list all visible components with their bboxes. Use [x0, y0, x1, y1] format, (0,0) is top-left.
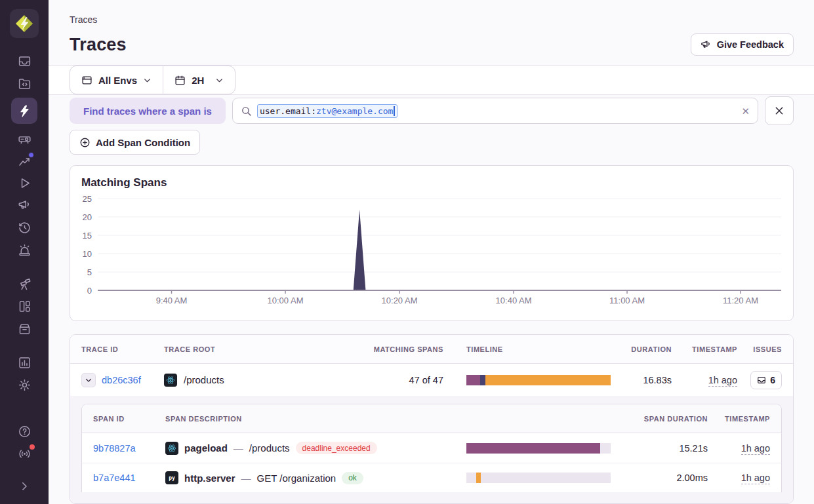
- dashboards-icon[interactable]: [11, 295, 37, 317]
- trace-timestamp[interactable]: 1h ago: [708, 375, 737, 387]
- performance-icon[interactable]: [11, 149, 37, 172]
- matching-spans-chart[interactable]: 05101520259:40 AM10:00 AM10:20 AM10:40 A…: [81, 192, 781, 311]
- span-timeline-bar[interactable]: [466, 473, 611, 483]
- help-icon[interactable]: [11, 420, 37, 442]
- expanded-trace-section: Span ID Span Description Span Duration T…: [70, 396, 793, 503]
- delete-condition-button[interactable]: [765, 96, 794, 125]
- col-matching-spans: Matching Spans: [374, 345, 443, 353]
- col-trace-root: Trace Root: [164, 345, 368, 353]
- time-range-filter[interactable]: 2H: [163, 66, 235, 94]
- trace-timeline-bar[interactable]: [466, 375, 611, 385]
- col-span-id: Span ID: [93, 415, 165, 423]
- status-badge: ok: [342, 472, 363, 484]
- matching-spans-panel: Matching Spans 05101520259:40 AM10:00 AM…: [70, 165, 794, 321]
- settings-icon[interactable]: [11, 374, 37, 396]
- span-search-input[interactable]: user.email:ztv@example.com ✕: [232, 98, 758, 124]
- spans-table-header: Span ID Span Description Span Duration T…: [82, 404, 781, 433]
- python-platform-icon: py: [165, 471, 178, 484]
- alerts-icon[interactable]: [11, 239, 37, 261]
- span-timestamp[interactable]: 1h ago: [741, 443, 770, 455]
- sidebar-nav: [11, 50, 37, 396]
- give-feedback-button[interactable]: Give Feedback: [691, 33, 794, 56]
- status-badge: deadline_exceeded: [296, 442, 377, 454]
- trace-issues-button[interactable]: 6: [750, 371, 782, 389]
- feedback-icon[interactable]: [11, 194, 37, 216]
- col-span-description: Span Description: [165, 415, 466, 423]
- svg-text:10:00 AM: 10:00 AM: [268, 296, 304, 305]
- span-description: GET /organization: [257, 473, 336, 484]
- svg-text:11:20 AM: 11:20 AM: [723, 296, 758, 305]
- react-platform-icon: [164, 374, 177, 387]
- span-description: /products: [249, 442, 290, 454]
- matching-spans-count: 47 of 47: [409, 375, 443, 385]
- table-row: b7a7e441 py http.server — GET /organizat…: [82, 463, 781, 492]
- add-span-condition-button[interactable]: Add Span Condition: [70, 130, 200, 155]
- close-icon: [774, 106, 784, 116]
- col-issues: Issues: [753, 345, 782, 353]
- trace-duration: 16.83s: [643, 375, 672, 385]
- megaphone-icon: [701, 39, 712, 50]
- give-feedback-label: Give Feedback: [717, 39, 784, 50]
- react-platform-icon: [165, 442, 178, 455]
- span-op: pageload: [184, 442, 228, 454]
- span-id-link[interactable]: b7a7e441: [93, 473, 165, 483]
- svg-text:15: 15: [83, 231, 92, 241]
- svg-text:11:00 AM: 11:00 AM: [609, 296, 645, 305]
- environment-filter[interactable]: All Envs: [70, 66, 163, 94]
- calendar-icon: [174, 75, 186, 86]
- insights-icon[interactable]: [11, 127, 37, 149]
- time-range-value: 2H: [192, 75, 204, 86]
- replays-icon[interactable]: [11, 172, 37, 194]
- search-token[interactable]: user.email:ztv@example.com: [257, 104, 397, 118]
- sidebar-footer: [11, 420, 37, 497]
- table-row: 9b78827a pageload — /products deadline_e…: [82, 433, 781, 463]
- discover-icon[interactable]: [11, 273, 37, 295]
- svg-text:20: 20: [83, 212, 92, 222]
- token-key: user.email:: [260, 106, 316, 116]
- collapse-trace-button[interactable]: [81, 373, 96, 387]
- span-duration: 2.00ms: [676, 473, 708, 483]
- releases-icon[interactable]: [11, 216, 37, 239]
- span-id-link[interactable]: 9b78827a: [93, 443, 165, 454]
- span-op: http.server: [184, 473, 235, 484]
- issues-icon[interactable]: [11, 50, 37, 72]
- svg-text:0: 0: [87, 286, 92, 296]
- plus-circle-icon: [79, 137, 91, 148]
- chevron-down-icon: [143, 76, 152, 85]
- traces-table: Trace ID Trace Root Matching Spans Timel…: [70, 334, 794, 504]
- add-span-condition-label: Add Span Condition: [96, 137, 190, 148]
- spans-table: Span ID Span Description Span Duration T…: [81, 404, 782, 492]
- trace-root-label: /products: [184, 374, 224, 385]
- clear-search-icon[interactable]: ✕: [741, 106, 750, 116]
- svg-text:10: 10: [83, 249, 92, 259]
- separator: —: [241, 473, 251, 484]
- traces-icon[interactable]: [11, 98, 37, 124]
- stats-icon[interactable]: [11, 351, 37, 374]
- notification-dot: [28, 152, 34, 158]
- explore-icon[interactable]: [11, 72, 37, 94]
- collapse-sidebar-icon[interactable]: [11, 475, 37, 497]
- breadcrumb[interactable]: Traces: [70, 14, 794, 25]
- sentry-logo[interactable]: [10, 9, 39, 38]
- col-span-duration: Span Duration: [644, 415, 708, 423]
- col-timestamp: Timestamp: [692, 345, 737, 353]
- trace-id-link[interactable]: db26c36f: [102, 375, 141, 385]
- filter-toolbar: All Envs 2H: [49, 66, 814, 95]
- environment-value: All Envs: [98, 75, 137, 86]
- main-content: Traces Traces Give Feedback All Envs 2H: [49, 0, 814, 504]
- text-caret: [394, 106, 395, 116]
- token-value: ztv@example.com: [316, 106, 393, 116]
- whats-new-icon[interactable]: [11, 442, 37, 465]
- chevron-down-icon: [85, 376, 92, 384]
- span-timeline-bar[interactable]: [466, 443, 611, 454]
- issues-icon: [757, 376, 766, 385]
- chart-title: Matching Spans: [81, 176, 782, 189]
- page-header: Traces Traces Give Feedback: [49, 0, 814, 66]
- content-area: Find traces where a span is user.email:z…: [49, 95, 814, 504]
- query-label: Find traces where a span is: [70, 98, 226, 124]
- span-timestamp[interactable]: 1h ago: [741, 473, 770, 484]
- notification-dot: [28, 443, 36, 451]
- svg-text:10:40 AM: 10:40 AM: [496, 296, 532, 305]
- col-trace-id: Trace ID: [81, 345, 164, 353]
- archive-icon[interactable]: [11, 317, 37, 339]
